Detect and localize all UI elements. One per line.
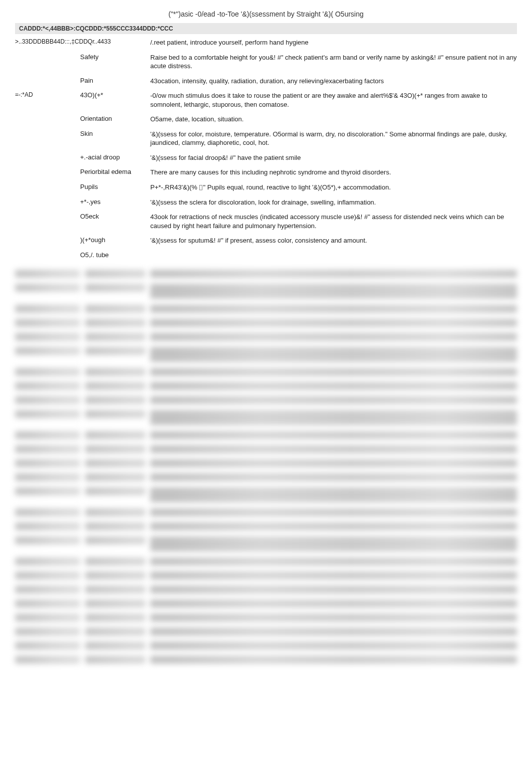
row-eyes: +*-,yes '&)(ssess the sclera for discolo…	[15, 195, 517, 210]
page-title: ("*")asic -0/ead -to-Toe '&)(ssessment b…	[15, 10, 517, 18]
left-group-label: >..33DDDBBB44D:::,‡CDDQr..4433	[15, 38, 80, 45]
label-neck: O5eck	[80, 213, 150, 220]
desc-eyes: '&)(ssess the sclera for discoloration, …	[150, 198, 517, 207]
desc-periorbital-edema: There are many causes for this including…	[150, 168, 517, 177]
row-neck: O5eck 43ook for retractions of neck musc…	[15, 210, 517, 233]
row-orientation: Orientation O5ame, date, location, situa…	[15, 112, 517, 127]
row-greet: >..33DDDBBB44D:::,‡CDDQr..4433 /.reet pa…	[15, 35, 517, 50]
desc-cough: '&)(ssess for sputum&! #" if present, as…	[150, 236, 517, 245]
desc-skin: '&)(ssess for color, moisture, temperatu…	[150, 130, 517, 147]
desc-orientation: O5ame, date, location, situation.	[150, 115, 517, 124]
desc-pain: 43ocation, intensity, quality, radiation…	[150, 77, 517, 86]
label-loc: 43O)(+*	[80, 91, 150, 99]
obscured-content	[15, 267, 517, 667]
label-safety: Safety	[80, 53, 150, 61]
label-pupils: Pupils	[80, 183, 150, 190]
row-facial-droop: +.-acial droop '&)(ssess for facial droo…	[15, 150, 517, 165]
label-periorbital-edema: Periorbital edema	[80, 168, 150, 175]
desc-neck: 43ook for retractions of neck muscles (i…	[150, 213, 517, 230]
row-periorbital-edema: Periorbital edema There are many causes …	[15, 165, 517, 180]
row-ng-tube: O5,/. tube	[15, 248, 517, 262]
row-safety: Safety Raise bed to a comfortable height…	[15, 50, 517, 74]
row-pupils: Pupils P+*-,RR43'&)(% ⌷" Pupils equal, r…	[15, 180, 517, 195]
row-cough: )(+*ough '&)(ssess for sputum&! #" if pr…	[15, 233, 517, 248]
row-skin: Skin '&)(ssess for color, moisture, temp…	[15, 127, 517, 150]
label-cough: )(+*ough	[80, 236, 150, 244]
label-ng-tube: O5,/. tube	[80, 251, 150, 259]
desc-pupils: P+*-,RR43'&)(% ⌷" Pupils equal, round, r…	[150, 183, 517, 192]
desc-loc: -0/ow much stimulus does it take to rous…	[150, 91, 517, 109]
side-label: =-:*AD	[15, 91, 80, 98]
label-pain: Pain	[80, 77, 150, 84]
desc-facial-droop: '&)(ssess for facial droop&! #" have the…	[150, 153, 517, 162]
desc-greet: /.reet patient, introduce yourself, perf…	[150, 38, 517, 47]
header-bar: CADDD:*<,44BBB>:CQCDDD:*555CCC3344DDD:*C…	[15, 23, 517, 34]
row-loc: =-:*AD 43O)(+* -0/ow much stimulus does …	[15, 88, 517, 112]
label-eyes: +*-,yes	[80, 198, 150, 206]
desc-safety: Raise bed to a comfortable height for yo…	[150, 53, 517, 71]
label-skin: Skin	[80, 130, 150, 137]
row-pain: Pain 43ocation, intensity, quality, radi…	[15, 74, 517, 89]
label-orientation: Orientation	[80, 115, 150, 122]
label-facial-droop: +.-acial droop	[80, 153, 150, 161]
